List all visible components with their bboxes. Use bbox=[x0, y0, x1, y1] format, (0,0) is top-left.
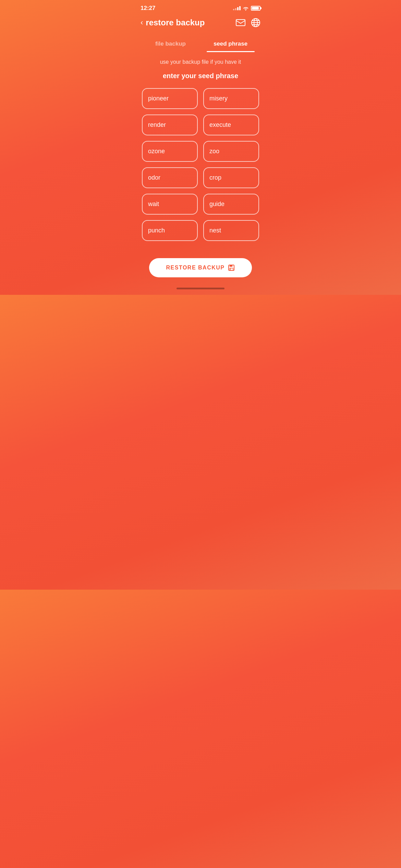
seed-word-10[interactable]: guide bbox=[203, 194, 259, 215]
seed-word-9[interactable]: wait bbox=[142, 194, 198, 215]
seed-word-12[interactable]: nest bbox=[203, 220, 259, 241]
seed-word-2[interactable]: misery bbox=[203, 88, 259, 109]
nav-right bbox=[236, 18, 260, 27]
seed-word-7[interactable]: odor bbox=[142, 167, 198, 188]
wifi-icon bbox=[243, 6, 249, 11]
svg-rect-8 bbox=[230, 268, 233, 270]
tab-seed-phrase[interactable]: seed phrase bbox=[200, 36, 260, 52]
tabs-container: file backup seed phrase bbox=[141, 36, 260, 52]
svg-rect-0 bbox=[236, 20, 245, 26]
status-bar: 12:27 bbox=[134, 0, 267, 14]
seed-word-11[interactable]: punch bbox=[142, 220, 198, 241]
home-indicator bbox=[177, 288, 224, 289]
save-icon bbox=[228, 264, 235, 271]
nav-left: ‹ restore backup bbox=[141, 18, 205, 27]
seed-word-1[interactable]: pioneer bbox=[142, 88, 198, 109]
svg-rect-7 bbox=[230, 265, 232, 267]
back-button[interactable]: ‹ bbox=[141, 18, 143, 27]
globe-icon[interactable] bbox=[251, 18, 260, 27]
seed-word-5[interactable]: ozone bbox=[142, 141, 198, 162]
status-icons bbox=[233, 6, 260, 11]
mail-icon[interactable] bbox=[236, 18, 245, 27]
subtitle-text: use your backup file if you have it bbox=[141, 59, 260, 65]
seed-word-6[interactable]: zoo bbox=[203, 141, 259, 162]
status-time: 12:27 bbox=[141, 5, 155, 12]
seed-grid: pioneer misery render execute ozone zoo … bbox=[134, 88, 267, 241]
seed-word-4[interactable]: execute bbox=[203, 114, 259, 135]
seed-word-8[interactable]: crop bbox=[203, 167, 259, 188]
nav-header: ‹ restore backup bbox=[134, 14, 267, 33]
page-title: restore backup bbox=[146, 18, 205, 27]
tab-file-backup[interactable]: file backup bbox=[141, 36, 200, 52]
section-title: enter your seed phrase bbox=[141, 72, 260, 80]
bottom-area: RESTORE BACKUP bbox=[134, 248, 267, 284]
battery-icon bbox=[251, 6, 260, 11]
restore-backup-button[interactable]: RESTORE BACKUP bbox=[149, 258, 252, 277]
signal-icon bbox=[233, 6, 241, 10]
seed-word-3[interactable]: render bbox=[142, 114, 198, 135]
